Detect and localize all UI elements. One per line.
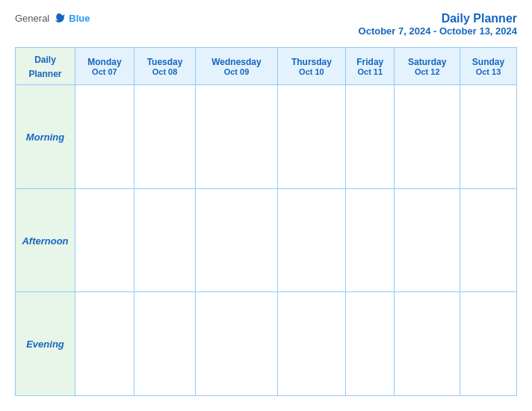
morning-label: Morning: [26, 132, 64, 143]
evening-row: Evening: [16, 292, 517, 396]
evening-label: Evening: [26, 339, 64, 350]
tuesday-date: Oct 08: [137, 67, 192, 76]
saturday-name: Saturday: [398, 57, 457, 67]
evening-sunday-cell[interactable]: [460, 292, 517, 396]
afternoon-row: Afternoon: [16, 188, 517, 292]
morning-thursday-cell[interactable]: [277, 85, 345, 189]
evening-wednesday-cell[interactable]: [196, 292, 277, 396]
morning-sunday-cell[interactable]: [460, 85, 517, 189]
evening-thursday-cell[interactable]: [277, 292, 345, 396]
evening-friday-cell[interactable]: [346, 292, 395, 396]
morning-row: Morning: [16, 85, 517, 189]
wednesday-name: Wednesday: [199, 57, 273, 67]
tuesday-name: Tuesday: [137, 57, 192, 67]
col-monday: Monday Oct 07: [75, 48, 134, 85]
thursday-name: Thursday: [281, 57, 342, 67]
morning-label-cell: Morning: [16, 85, 75, 189]
morning-tuesday-cell[interactable]: [134, 85, 195, 189]
calendar-table: DailyPlanner Monday Oct 07 Tuesday Oct 0…: [15, 47, 517, 396]
page-header: General Blue Daily Planner October 7, 20…: [15, 12, 517, 37]
col-friday: Friday Oct 11: [346, 48, 395, 85]
morning-monday-cell[interactable]: [75, 85, 134, 189]
monday-name: Monday: [78, 57, 131, 67]
col-thursday: Thursday Oct 10: [277, 48, 345, 85]
evening-label-cell: Evening: [16, 292, 75, 396]
monday-date: Oct 07: [78, 67, 131, 76]
morning-friday-cell[interactable]: [346, 85, 395, 189]
sunday-date: Oct 13: [463, 67, 513, 76]
afternoon-wednesday-cell[interactable]: [196, 188, 277, 292]
afternoon-label: Afternoon: [22, 235, 68, 247]
logo: General Blue: [15, 12, 90, 24]
morning-wednesday-cell[interactable]: [196, 85, 277, 189]
col-wednesday: Wednesday Oct 09: [196, 48, 277, 85]
evening-tuesday-cell[interactable]: [134, 292, 195, 396]
afternoon-sunday-cell[interactable]: [460, 188, 517, 292]
afternoon-tuesday-cell[interactable]: [134, 188, 195, 292]
col-tuesday: Tuesday Oct 08: [134, 48, 195, 85]
col-saturday: Saturday Oct 12: [395, 48, 460, 85]
sunday-name: Sunday: [463, 57, 513, 67]
planner-title: Daily Planner: [359, 12, 517, 25]
saturday-date: Oct 12: [398, 67, 457, 76]
friday-name: Friday: [349, 57, 391, 67]
daily-planner-header-cell: DailyPlanner: [16, 48, 75, 85]
afternoon-saturday-cell[interactable]: [395, 188, 460, 292]
evening-saturday-cell[interactable]: [395, 292, 460, 396]
logo-blue-text: Blue: [69, 13, 90, 24]
logo-general-text: General: [15, 13, 49, 24]
daily-planner-header-text: DailyPlanner: [28, 55, 61, 79]
evening-monday-cell[interactable]: [75, 292, 134, 396]
logo-bird-icon: [52, 12, 66, 24]
friday-date: Oct 11: [349, 67, 391, 76]
col-sunday: Sunday Oct 13: [460, 48, 517, 85]
header-right: Daily Planner October 7, 2024 - October …: [359, 12, 517, 37]
thursday-date: Oct 10: [281, 67, 342, 76]
wednesday-date: Oct 09: [199, 67, 273, 76]
morning-saturday-cell[interactable]: [395, 85, 460, 189]
afternoon-label-cell: Afternoon: [16, 188, 75, 292]
logo-area: General Blue: [15, 12, 90, 24]
planner-date-range: October 7, 2024 - October 13, 2024: [359, 25, 517, 37]
afternoon-friday-cell[interactable]: [346, 188, 395, 292]
afternoon-monday-cell[interactable]: [75, 188, 134, 292]
header-row: DailyPlanner Monday Oct 07 Tuesday Oct 0…: [16, 48, 517, 85]
afternoon-thursday-cell[interactable]: [277, 188, 345, 292]
